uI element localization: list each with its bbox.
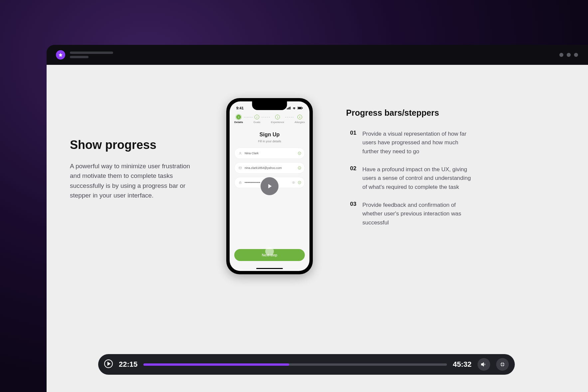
email-value: nina.clark1854@yahoo.com <box>245 166 282 170</box>
point-num-2: 02 <box>350 165 356 192</box>
check-icon <box>298 166 301 170</box>
home-indicator <box>256 268 283 269</box>
point-3: 03 Provide feedback and confirmation of … <box>350 201 565 227</box>
volume-button[interactable] <box>478 358 490 371</box>
right-column: Progress bars/steppers 01 Provide a visu… <box>346 98 565 227</box>
user-icon <box>239 152 242 155</box>
header-placeholder-lines <box>70 52 113 58</box>
step-circle-1: 1 <box>236 115 241 119</box>
point-2: 02 Have a profound impact on the UX, giv… <box>350 165 565 192</box>
left-column: Show progress A powerful way to minimize… <box>70 98 193 200</box>
svg-rect-5 <box>298 107 301 109</box>
play-button[interactable] <box>104 359 113 369</box>
step-label-4: Allergies <box>294 121 305 124</box>
svg-rect-0 <box>287 108 288 109</box>
phone-frame: 9:41 1 Details <box>226 98 313 274</box>
svg-rect-3 <box>290 107 291 109</box>
lock-icon <box>239 181 242 184</box>
volume-icon <box>481 361 487 367</box>
video-controls: 22:15 45:32 <box>98 354 515 375</box>
right-title: Progress bars/steppers <box>346 108 565 118</box>
password-value: ••••••••••••••• <box>245 181 260 184</box>
page-title: Show progress <box>70 138 193 152</box>
app-logo <box>56 50 65 60</box>
step-label-3: Experience <box>271 121 284 124</box>
browser-content: Show progress A powerful way to minimize… <box>47 65 588 392</box>
phone-notch <box>252 101 287 110</box>
signup-subtitle: Fill in your details <box>230 140 309 143</box>
svg-rect-1 <box>288 108 289 109</box>
current-time: 22:15 <box>119 360 137 369</box>
svg-point-10 <box>298 167 301 169</box>
signal-icon <box>287 107 291 109</box>
svg-point-12 <box>293 182 294 183</box>
play-icon <box>104 359 113 368</box>
svg-point-13 <box>298 181 301 184</box>
check-icon <box>298 152 301 155</box>
email-field[interactable]: nina.clark1854@yahoo.com <box>234 162 305 174</box>
point-text-3: Provide feedback and confirmation of whe… <box>362 201 472 227</box>
step-label-1: Details <box>234 121 243 124</box>
browser-header <box>47 45 588 65</box>
point-text-2: Have a profound impact on the UX, giving… <box>362 165 472 192</box>
check-icon <box>298 181 301 184</box>
point-text-1: Provide a visual representation of how f… <box>362 130 472 156</box>
browser-window: Show progress A powerful way to minimize… <box>47 45 588 392</box>
step-circle-2: 2 <box>255 115 259 119</box>
touch-indicator <box>265 247 274 256</box>
minimize-icon <box>500 362 505 367</box>
window-controls[interactable] <box>559 53 578 57</box>
page-description: A powerful way to minimize user frustrat… <box>70 161 193 200</box>
next-step-button[interactable]: Next step <box>234 249 305 261</box>
phone-time: 9:41 <box>236 106 244 110</box>
fullscreen-exit-button[interactable] <box>496 358 509 371</box>
total-time: 45:32 <box>453 360 472 369</box>
step-label-2: Goals <box>254 121 261 124</box>
wifi-icon <box>292 107 296 109</box>
point-num-3: 03 <box>350 201 356 227</box>
svg-point-8 <box>298 152 301 155</box>
name-value: Nina Clark <box>245 152 259 155</box>
mail-icon <box>239 166 242 170</box>
step-circle-4: 4 <box>297 115 302 119</box>
svg-rect-11 <box>239 183 241 184</box>
video-progress-fill <box>143 363 289 366</box>
stepper: 1 Details 2 Goals 3 Experience <box>230 112 309 125</box>
battery-icon <box>297 107 303 109</box>
video-progress-track[interactable] <box>143 363 447 366</box>
point-1: 01 Provide a visual representation of ho… <box>350 130 565 156</box>
step-circle-3: 3 <box>275 115 280 119</box>
eye-icon[interactable] <box>292 181 295 184</box>
signup-title: Sign Up <box>230 132 309 138</box>
video-play-overlay[interactable] <box>261 177 279 195</box>
svg-rect-6 <box>302 107 303 109</box>
point-num-1: 01 <box>350 130 356 156</box>
svg-point-7 <box>240 152 241 153</box>
play-icon <box>266 183 273 190</box>
phone-status-icons <box>287 107 303 109</box>
svg-rect-2 <box>289 107 290 109</box>
name-field[interactable]: Nina Clark <box>234 148 305 159</box>
phone-mockup-column: 9:41 1 Details <box>216 98 323 274</box>
